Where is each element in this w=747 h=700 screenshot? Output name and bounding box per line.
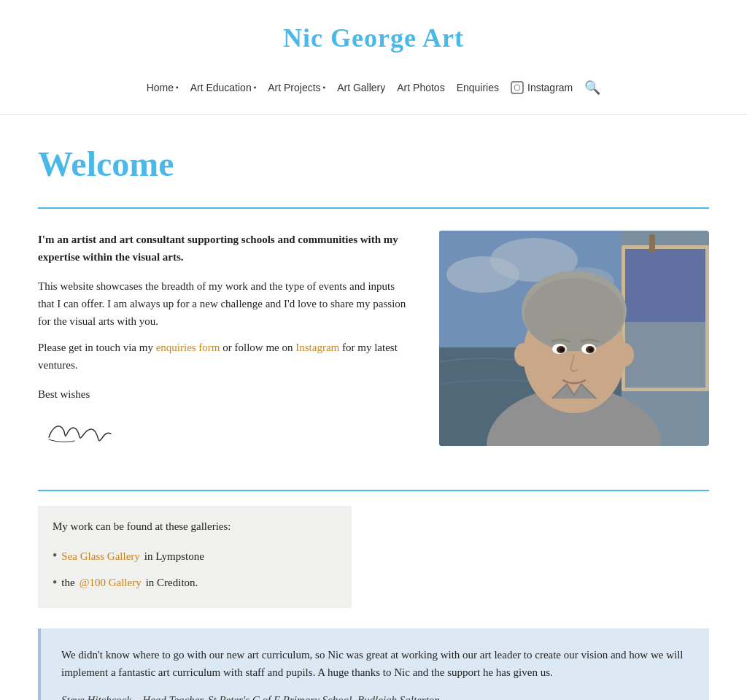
- nav-dot-home: ▪: [176, 82, 179, 93]
- nav-label-instagram: Instagram: [527, 80, 573, 96]
- testimonial-author: Steve Hitchcock – Head Teacher, St Peter…: [61, 691, 689, 700]
- nav-dot-art-education: ▪: [254, 82, 257, 93]
- nav-label-art-photos: Art Photos: [397, 80, 444, 96]
- gallery-item-2-prefix: the: [61, 574, 74, 591]
- nav-item-enquiries[interactable]: Enquiries: [452, 78, 503, 97]
- svg-point-18: [616, 343, 634, 366]
- contact-text-before: Please get in touch via my: [38, 342, 156, 353]
- svg-point-24: [589, 347, 593, 352]
- main-nav: Home ▪ Art Education ▪ Art Projects ▪ Ar…: [0, 70, 747, 106]
- galleries-box: My work can be found at these galleries:…: [38, 506, 352, 608]
- enquiries-link[interactable]: enquiries form: [156, 342, 220, 353]
- svg-rect-9: [625, 249, 705, 322]
- nav-label-enquiries: Enquiries: [457, 80, 499, 96]
- svg-point-23: [560, 347, 564, 352]
- nav-item-art-photos[interactable]: Art Photos: [392, 78, 449, 97]
- main-content: Welcome I'm an artist and art consultant…: [16, 115, 731, 700]
- intro-bold: I'm an artist and art consultant support…: [38, 231, 410, 266]
- bottom-divider: [38, 490, 709, 491]
- gallery-item-1: Sea Glass Gallery in Lympstone: [53, 542, 337, 569]
- nav-label-art-gallery: Art Gallery: [337, 80, 385, 96]
- sea-glass-gallery-link[interactable]: Sea Glass Gallery: [61, 547, 139, 565]
- signature-svg: [38, 412, 125, 448]
- svg-point-17: [514, 343, 532, 366]
- section-divider: [38, 207, 709, 209]
- intro-contact: Please get in touch via my enquiries for…: [38, 339, 410, 374]
- svg-rect-10: [625, 322, 705, 388]
- welcome-heading: Welcome: [38, 136, 709, 193]
- person-photo: [439, 231, 709, 446]
- nav-label-art-education: Art Education: [190, 80, 252, 96]
- gallery-item-2-suffix: in Crediton.: [146, 574, 198, 591]
- testimonial-box: We didn't know where to go with our new …: [38, 628, 709, 700]
- site-header: Nic George Art Home ▪ Art Education ▪ Ar…: [0, 0, 747, 115]
- svg-point-16: [525, 278, 624, 351]
- best-wishes: Best wishes: [38, 385, 410, 403]
- contact-text-mid: or follow me on: [220, 342, 296, 353]
- galleries-heading: My work can be found at these galleries:: [53, 518, 337, 535]
- search-icon[interactable]: 🔍: [580, 76, 605, 100]
- site-title: Nic George Art: [0, 18, 747, 60]
- intro-text: I'm an artist and art consultant support…: [38, 231, 410, 468]
- svg-rect-11: [649, 234, 655, 253]
- galleries-list: Sea Glass Gallery in Lympstone the @100 …: [53, 542, 337, 596]
- testimonial-text: We didn't know where to go with our new …: [61, 646, 689, 681]
- gallery-item-2: the @100 Gallery in Crediton.: [53, 569, 337, 596]
- intro-body: This website showcases the breadth of my…: [38, 277, 410, 330]
- at100-gallery-link[interactable]: @100 Gallery: [80, 574, 142, 591]
- intro-photo: [439, 231, 709, 451]
- instagram-link[interactable]: Instagram: [295, 342, 339, 353]
- intro-section: I'm an artist and art consultant support…: [38, 231, 709, 468]
- nav-label-home: Home: [147, 80, 174, 96]
- instagram-icon: [511, 81, 524, 94]
- nav-item-art-projects[interactable]: Art Projects ▪: [263, 78, 330, 97]
- nav-item-art-gallery[interactable]: Art Gallery: [333, 78, 390, 97]
- nav-dot-art-projects: ▪: [323, 82, 326, 93]
- nav-item-home[interactable]: Home ▪: [142, 78, 183, 97]
- nav-label-art-projects: Art Projects: [268, 80, 320, 96]
- nav-item-art-education[interactable]: Art Education ▪: [186, 78, 261, 97]
- gallery-item-1-suffix: in Lympstone: [144, 547, 204, 565]
- signature-area: [38, 412, 410, 453]
- nav-item-instagram[interactable]: Instagram: [506, 78, 577, 97]
